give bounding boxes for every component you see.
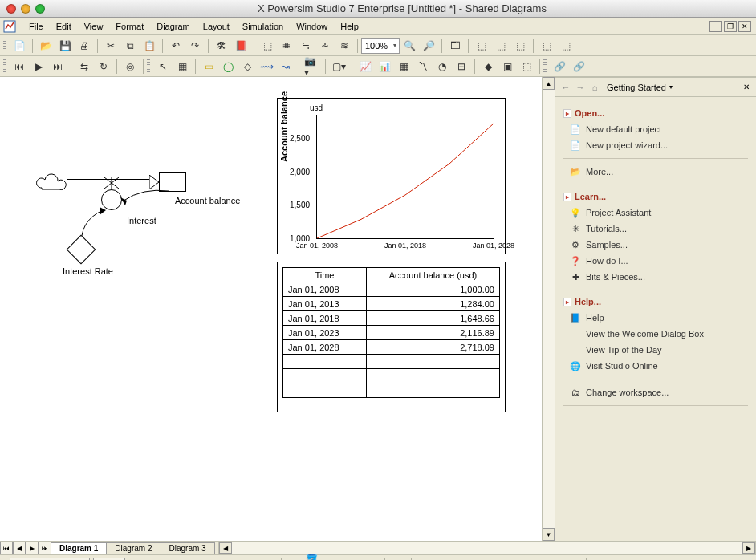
- al7[interactable]: ☷: [545, 556, 563, 561]
- shape2-tool[interactable]: ▣: [498, 58, 516, 75]
- redo-button[interactable]: ↷: [186, 37, 204, 55]
- task-pane-selector[interactable]: Getting Started: [607, 83, 740, 92]
- task-link[interactable]: 📘Help: [563, 310, 748, 326]
- mac-minimize-button[interactable]: [21, 4, 30, 14]
- nav-back-button[interactable]: ←: [559, 80, 573, 95]
- aux-tool[interactable]: ◯: [219, 58, 237, 75]
- nav-home-button[interactable]: ⌂: [587, 80, 602, 95]
- al1[interactable]: ⫍: [422, 556, 440, 561]
- task-link[interactable]: ✚Bits & Pieces...: [563, 269, 748, 285]
- al6[interactable]: ⊟: [526, 556, 543, 561]
- task-link[interactable]: View Tip of the Day: [563, 342, 748, 358]
- task-link[interactable]: ⚙Samples...: [563, 237, 748, 253]
- menu-view[interactable]: View: [78, 20, 110, 33]
- underline-button[interactable]: U: [175, 556, 193, 561]
- tool-a-button[interactable]: ⬚: [258, 37, 276, 55]
- rewind-button[interactable]: ⏮: [10, 58, 28, 75]
- menu-help[interactable]: Help: [334, 20, 365, 33]
- scroll-up-button[interactable]: ▲: [543, 77, 555, 90]
- zoom-combo[interactable]: 100%: [361, 38, 400, 54]
- flow-tool[interactable]: ⟿: [258, 58, 275, 75]
- mac-zoom-button[interactable]: [35, 4, 45, 14]
- font-size-combo[interactable]: [93, 558, 125, 561]
- cloud-source-icon[interactable]: [34, 173, 69, 194]
- italic-button[interactable]: I: [156, 556, 173, 561]
- play-button[interactable]: ▶: [30, 58, 47, 75]
- tab-first-button[interactable]: ⏮: [0, 542, 13, 554]
- font-color-button[interactable]: A▾: [286, 556, 303, 561]
- link1-button[interactable]: 🔗: [551, 58, 568, 75]
- chart-bar-tool[interactable]: 📊: [376, 58, 393, 75]
- menu-layout[interactable]: Layout: [197, 20, 236, 33]
- camera-tool[interactable]: 📷▾: [303, 58, 321, 75]
- mdi-restore-button[interactable]: ❐: [724, 21, 737, 32]
- print-button[interactable]: 🖨: [75, 37, 93, 55]
- menu-window[interactable]: Window: [290, 20, 334, 33]
- align-right-button[interactable]: ≡: [240, 556, 258, 561]
- zoom-out-button[interactable]: 🔍: [400, 37, 418, 55]
- task-link[interactable]: View the Welcome Dialog Box: [563, 326, 748, 342]
- al13[interactable]: ⬚: [675, 556, 693, 561]
- zoom-in-button[interactable]: 🔎: [420, 37, 437, 55]
- gauge-tool[interactable]: ◔: [433, 58, 451, 75]
- opt2-button[interactable]: ⬚: [492, 37, 510, 55]
- opt5-button[interactable]: ⬚: [557, 37, 575, 55]
- tool-d-button[interactable]: ⩪: [316, 37, 334, 55]
- tab-next-button[interactable]: ▶: [26, 542, 39, 554]
- task-link[interactable]: 📄New project wizard...: [563, 137, 748, 153]
- const-tool[interactable]: ◇: [238, 58, 256, 75]
- sheet-tab[interactable]: Diagram 2: [106, 542, 161, 554]
- vertical-scrollbar[interactable]: ▲ ▼: [542, 77, 555, 541]
- font-family-combo[interactable]: [10, 558, 90, 561]
- stock-tool[interactable]: ▭: [200, 58, 217, 75]
- task-link[interactable]: ❓How do I...: [563, 253, 748, 269]
- menu-format[interactable]: Format: [109, 20, 150, 33]
- line-color-button[interactable]: ✎▾: [324, 556, 342, 561]
- mdi-minimize-button[interactable]: _: [709, 21, 722, 32]
- line-weight-button[interactable]: ═▾: [363, 556, 380, 561]
- al12[interactable]: ⬚: [656, 556, 673, 561]
- win-button[interactable]: 🗔: [446, 37, 464, 55]
- task-link[interactable]: ✳Tutorials...: [563, 221, 748, 237]
- shape1-tool[interactable]: ◆: [479, 58, 497, 75]
- al2[interactable]: ⫎: [441, 556, 459, 561]
- menu-file[interactable]: File: [22, 20, 50, 33]
- link-arrow-back[interactable]: [119, 189, 175, 209]
- scroll-left-button[interactable]: ◀: [219, 542, 232, 554]
- task-link-more[interactable]: 📂More...: [563, 164, 748, 180]
- al10[interactable]: ↕: [610, 556, 628, 561]
- sim2-button[interactable]: ↻: [95, 58, 112, 75]
- sheet-tab[interactable]: Diagram 1: [51, 542, 107, 554]
- mdi-close-button[interactable]: ✕: [738, 21, 751, 32]
- scroll-right-button[interactable]: ▶: [742, 542, 755, 554]
- align-left-button[interactable]: ≡: [201, 556, 219, 561]
- horizontal-scrollbar[interactable]: ◀ ▶: [218, 542, 756, 554]
- copy-button[interactable]: ⧉: [121, 37, 139, 55]
- forward-button[interactable]: ⏭: [49, 58, 67, 75]
- align-center-button[interactable]: ≡: [221, 556, 238, 561]
- tool-e-button[interactable]: ≋: [335, 37, 353, 55]
- al11[interactable]: ⬚: [636, 556, 654, 561]
- tool-b-button[interactable]: ⩩: [278, 37, 295, 55]
- opt3-button[interactable]: ⬚: [511, 37, 529, 55]
- select-tool[interactable]: ▦: [173, 58, 191, 75]
- al9[interactable]: ⟷: [591, 556, 608, 561]
- tab-last-button[interactable]: ⏭: [39, 542, 51, 554]
- task-link-more[interactable]: 🗂Change workspace...: [563, 384, 748, 400]
- group-button[interactable]: ⬚▾: [389, 556, 407, 561]
- chart-line-tool[interactable]: 📈: [356, 58, 374, 75]
- tab-prev-button[interactable]: ◀: [13, 542, 26, 554]
- save-button[interactable]: 💾: [56, 37, 74, 55]
- al8[interactable]: ⊞: [564, 556, 582, 561]
- time-chart[interactable]: Account balance usd 1,0001,5002,0002,500…: [277, 98, 506, 254]
- cut-button[interactable]: ✂: [102, 37, 120, 55]
- nav-forward-button[interactable]: →: [573, 80, 587, 95]
- fill-color-button[interactable]: 🪣▾: [305, 556, 323, 561]
- sim1-button[interactable]: ⇆: [75, 58, 93, 75]
- tool-c-button[interactable]: ≒: [297, 37, 315, 55]
- help-book-button[interactable]: 📕: [232, 37, 250, 55]
- line-style-button[interactable]: ≡▾: [343, 556, 361, 561]
- flow-valve-icon[interactable]: [103, 176, 120, 190]
- task-pane-close-button[interactable]: ✕: [740, 83, 753, 91]
- table-tool[interactable]: ▦: [395, 58, 413, 75]
